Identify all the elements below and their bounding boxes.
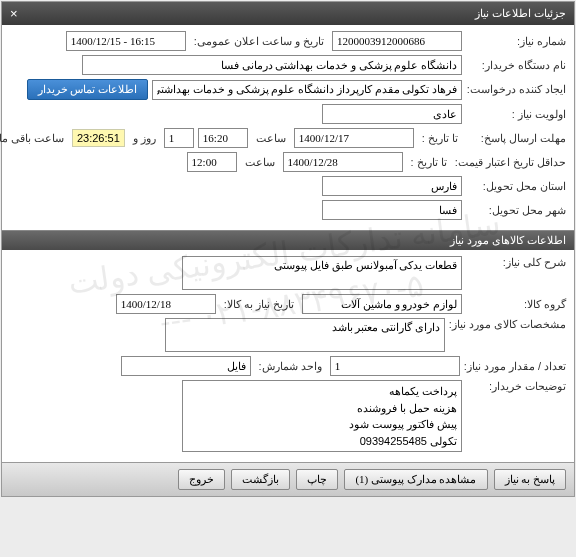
buyer-note-line: پرداخت یکماهه bbox=[187, 383, 457, 400]
days-label: روز و bbox=[129, 132, 160, 145]
price-validity-date-field[interactable] bbox=[283, 152, 403, 172]
time-label-1: ساعت bbox=[252, 132, 290, 145]
group-field[interactable] bbox=[302, 294, 462, 314]
buyer-notes-label: توضیحات خریدار: bbox=[466, 380, 566, 393]
exit-button[interactable]: خروج bbox=[178, 469, 225, 490]
contact-buyer-button[interactable]: اطلاعات تماس خریدار bbox=[27, 79, 149, 100]
deadline-label: مهلت ارسال پاسخ: bbox=[466, 132, 566, 145]
priority-field[interactable] bbox=[322, 104, 462, 124]
time-label-2: ساعت bbox=[241, 156, 279, 169]
goods-section: شرح کلی نیاز: قطعات یدکی آمبولانس طبق فا… bbox=[2, 250, 574, 462]
public-datetime-field[interactable] bbox=[66, 31, 186, 51]
days-field[interactable] bbox=[164, 128, 194, 148]
city-label: شهر محل تحویل: bbox=[466, 204, 566, 217]
province-label: استان محل تحویل: bbox=[466, 180, 566, 193]
desc-field[interactable]: قطعات یدکی آمبولانس طبق فایل پیوستی bbox=[182, 256, 462, 290]
city-field[interactable] bbox=[322, 200, 462, 220]
unit-field[interactable] bbox=[121, 356, 251, 376]
group-label: گروه کالا: bbox=[466, 298, 566, 311]
qty-label: تعداد / مقدار مورد نیاز: bbox=[464, 360, 566, 373]
to-date-label: تا تاریخ : bbox=[418, 132, 462, 145]
footer-toolbar: پاسخ به نیاز مشاهده مدارک پیوستی (1) چاپ… bbox=[2, 462, 574, 496]
creator-label: ایجاد کننده درخواست: bbox=[466, 83, 566, 96]
priority-label: اولویت نیاز : bbox=[466, 108, 566, 121]
desc-label: شرح کلی نیاز: bbox=[466, 256, 566, 269]
need-info-section: شماره نیاز: تاریخ و ساعت اعلان عمومی: نا… bbox=[2, 25, 574, 230]
need-date-label: تاریخ نیاز به کالا: bbox=[220, 298, 298, 311]
spec-label: مشخصات کالای مورد نیاز: bbox=[449, 318, 566, 331]
view-attachments-button[interactable]: مشاهده مدارک پیوستی (1) bbox=[344, 469, 487, 490]
respond-button[interactable]: پاسخ به نیاز bbox=[494, 469, 567, 490]
province-field[interactable] bbox=[322, 176, 462, 196]
need-number-label: شماره نیاز: bbox=[466, 35, 566, 48]
deadline-date-field[interactable] bbox=[294, 128, 414, 148]
need-date-field[interactable] bbox=[116, 294, 216, 314]
creator-field[interactable] bbox=[152, 80, 462, 100]
buyer-org-field[interactable] bbox=[82, 55, 462, 75]
main-window: جزئیات اطلاعات نیاز × شماره نیاز: تاریخ … bbox=[1, 1, 575, 497]
buyer-note-line: هزینه حمل با فروشنده bbox=[187, 400, 457, 417]
goods-section-header: اطلاعات کالاهای مورد نیاز bbox=[2, 230, 574, 250]
buyer-note-line: پیش فاکتور پیوست شود bbox=[187, 416, 457, 433]
unit-label: واحد شمارش: bbox=[255, 360, 326, 373]
need-number-field[interactable] bbox=[332, 31, 462, 51]
qty-field[interactable] bbox=[330, 356, 460, 376]
price-validity-label: حداقل تاریخ اعتبار قیمت: bbox=[455, 156, 566, 169]
window-title: جزئیات اطلاعات نیاز bbox=[475, 7, 566, 20]
print-button[interactable]: چاپ bbox=[296, 469, 338, 490]
buyer-org-label: نام دستگاه خریدار: bbox=[466, 59, 566, 72]
close-icon[interactable]: × bbox=[10, 6, 18, 21]
deadline-time-field[interactable] bbox=[198, 128, 248, 148]
remaining-time-value: 23:26:51 bbox=[72, 129, 125, 147]
price-validity-time-field[interactable] bbox=[187, 152, 237, 172]
buyer-notes-field[interactable]: پرداخت یکماهه هزینه حمل با فروشنده پیش ف… bbox=[182, 380, 462, 452]
title-bar: جزئیات اطلاعات نیاز × bbox=[2, 2, 574, 25]
to-date-label-2: تا تاریخ : bbox=[407, 156, 451, 169]
spec-field[interactable]: دارای گارانتی معتبر باشد bbox=[165, 318, 445, 352]
buyer-note-line: تکولی 09394255485 bbox=[187, 433, 457, 450]
public-datetime-label: تاریخ و ساعت اعلان عمومی: bbox=[190, 35, 328, 48]
remaining-label: ساعت باقی مانده bbox=[0, 132, 68, 145]
back-button[interactable]: بازگشت bbox=[231, 469, 290, 490]
